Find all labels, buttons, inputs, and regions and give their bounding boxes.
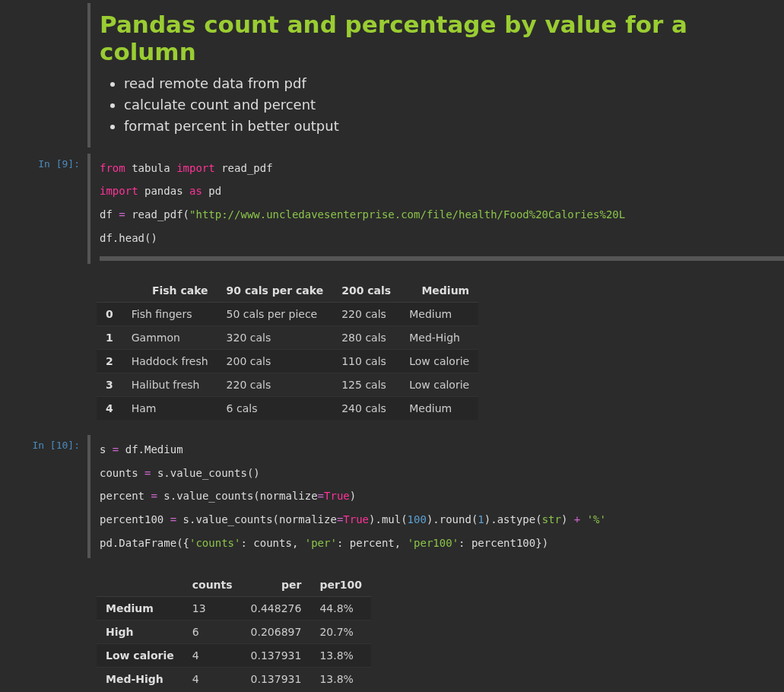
output-prompt: .: [0, 270, 87, 429]
table-header: counts per per100: [97, 573, 371, 597]
table-row: Medium 13 0.448276 44.8%: [97, 596, 371, 620]
bullet-list: read remote data from pdf calculate coun…: [100, 73, 784, 137]
input-prompt: In [10]:: [0, 435, 87, 558]
table-row: 3 Halibut fresh 220 cals 125 cals Low ca…: [97, 373, 478, 396]
list-item: calculate count and percent: [124, 94, 784, 116]
dataframe-table: Fish cake 90 cals per cake 200 cals Medi…: [97, 279, 478, 420]
output-prompt: .: [0, 564, 87, 692]
table-row: Med-High 4 0.137931 13.8%: [97, 667, 371, 690]
dataframe-table: counts per per100 Medium 13 0.448276 44.…: [97, 573, 371, 690]
code-block[interactable]: from tabula import read_pdf import panda…: [100, 157, 784, 250]
table-header: Fish cake 90 cals per cake 200 cals Medi…: [97, 279, 478, 303]
markdown-cell: . Pandas count and percentage by value f…: [0, 0, 784, 151]
output-content: counts per per100 Medium 13 0.448276 44.…: [87, 564, 784, 692]
table-row: High 6 0.206897 20.7%: [97, 620, 371, 643]
notebook: . Pandas count and percentage by value f…: [0, 0, 784, 692]
prompt-empty: .: [0, 3, 87, 148]
table-row: 4 Ham 6 cals 240 cals Medium: [97, 396, 478, 420]
markdown-content: Pandas count and percentage by value for…: [87, 3, 784, 148]
code-cell-9: In [9]: from tabula import read_pdf impo…: [0, 151, 784, 267]
list-item: format percent in better output: [124, 116, 784, 137]
list-item: read remote data from pdf: [124, 73, 784, 94]
output-cell-9: . Fish cake 90 cals per cake 200 cals Me…: [0, 267, 784, 432]
code-input[interactable]: from tabula import read_pdf import panda…: [87, 154, 784, 264]
table-row: Low calorie 4 0.137931 13.8%: [97, 643, 371, 667]
code-cell-10: In [10]: s = df.Medium counts = s.value_…: [0, 432, 784, 561]
table-row: 2 Haddock fresh 200 cals 110 cals Low ca…: [97, 349, 478, 373]
code-block[interactable]: s = df.Medium counts = s.value_counts() …: [100, 438, 784, 555]
output-cell-10: . counts per per100 Medium 13 0.448276: [0, 561, 784, 692]
input-prompt: In [9]:: [0, 154, 87, 264]
table-row: 0 Fish fingers 50 cals per piece 220 cal…: [97, 302, 478, 325]
horizontal-scrollbar[interactable]: [100, 256, 784, 261]
page-title: Pandas count and percentage by value for…: [100, 11, 784, 65]
code-input[interactable]: s = df.Medium counts = s.value_counts() …: [87, 435, 784, 558]
output-content: Fish cake 90 cals per cake 200 cals Medi…: [87, 270, 784, 429]
table-row: 1 Gammon 320 cals 280 cals Med-High: [97, 325, 478, 349]
